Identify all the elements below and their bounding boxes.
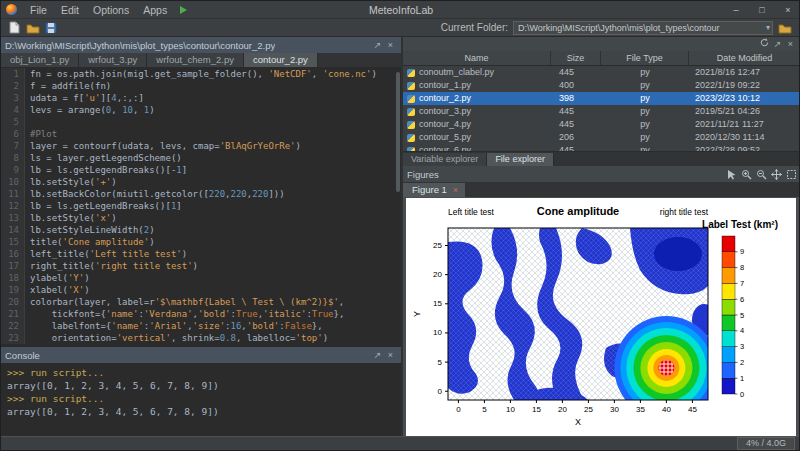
pan-icon[interactable] — [771, 169, 782, 180]
code-editor[interactable]: 1fn = os.path.join(migl.get_sample_folde… — [1, 68, 401, 347]
code-line-7[interactable]: 7layer = contourf(udata, levs, cmap='BlA… — [1, 140, 401, 152]
figure-tab-label: Figure 1 — [412, 184, 447, 195]
code-line-14[interactable]: 14lb.setStyleLineWidth(2) — [1, 224, 401, 236]
line-number: 22 — [1, 320, 25, 332]
file-row-contour_1.py[interactable]: contour_1.py400py2022/1/19 09:22 — [403, 79, 800, 92]
svg-text:40: 40 — [662, 405, 671, 414]
code-line-9[interactable]: 9lb = ls.getLegendBreaks()[-1] — [1, 164, 401, 176]
menu-options[interactable]: Options — [86, 4, 136, 16]
code-line-3[interactable]: 3udata = f['u'][4,:,:] — [1, 92, 401, 104]
svg-text:25: 25 — [584, 405, 593, 414]
close-panel-icon[interactable]: × — [384, 37, 397, 53]
browse-folder-button[interactable] — [777, 21, 792, 35]
minimize-button[interactable]: – — [723, 1, 749, 19]
close-panel-icon[interactable]: × — [784, 36, 797, 52]
menu-apps[interactable]: Apps — [136, 4, 174, 16]
console-line: array([0, 1, 2, 3, 4, 5, 6, 7, 8, 9]) — [7, 379, 401, 392]
editor-tab-wrfout_3.py[interactable]: wrfout_3.py — [79, 53, 147, 67]
column-header-file-type[interactable]: File Type — [601, 51, 689, 65]
code-line-21[interactable]: 21 tickfont={'name':'Verdana','bold':Tru… — [1, 308, 401, 320]
code-line-23[interactable]: 23 orientation='vertical', shrink=0.8, l… — [1, 332, 401, 344]
open-folder-icon[interactable] — [25, 21, 40, 35]
code-line-5[interactable]: 5 — [1, 116, 401, 128]
file-row-contour_5.py[interactable]: contour_5.py206py2020/12/30 11:14 — [403, 131, 800, 144]
svg-text:0: 0 — [456, 405, 461, 414]
code-line-17[interactable]: 17right_title('right title test') — [1, 260, 401, 272]
line-number: 5 — [1, 116, 25, 128]
full-extent-icon[interactable] — [786, 169, 797, 180]
file-row-contour_6.py[interactable]: contour_6.py445py2022/3/28 09:52 — [403, 144, 800, 151]
file-row-contour_2.py[interactable]: contour_2.py398py2023/2/23 10:12 — [403, 92, 800, 105]
svg-text:Cone amplitude: Cone amplitude — [537, 205, 620, 217]
console-panel: Console ↗ × >>> run script...array([0, 1… — [1, 347, 401, 436]
code-line-11[interactable]: 11lb.setBackColor(miutil.getcolor([220,2… — [1, 188, 401, 200]
column-header-name[interactable]: Name — [403, 51, 551, 65]
menu-edit[interactable]: Edit — [54, 4, 86, 16]
svg-text:10: 10 — [433, 328, 442, 337]
menu-file[interactable]: File — [23, 4, 54, 16]
editor-tab-contour_2.py[interactable]: contour_2.py — [244, 53, 318, 67]
editor-tab-obj_Lion_1.py[interactable]: obj_Lion_1.py — [1, 53, 79, 67]
svg-text:10: 10 — [506, 405, 515, 414]
figure-plot-area[interactable]: 0510152025303540450510152025XYCone ampli… — [403, 197, 800, 436]
line-number: 2 — [1, 80, 25, 92]
zoom-in-icon[interactable] — [741, 169, 752, 180]
console-output[interactable]: >>> run script...array([0, 1, 2, 3, 4, 5… — [1, 363, 401, 436]
save-icon[interactable] — [43, 21, 58, 35]
tab-variable-explorer[interactable]: Variable explorer — [403, 153, 487, 166]
close-panel-icon[interactable]: × — [384, 347, 397, 363]
file-row-conoutm_clabel.py[interactable]: conoutm_clabel.py445py2021/8/16 12:47 — [403, 66, 800, 79]
code-line-10[interactable]: 10lb.setStyle('+') — [1, 176, 401, 188]
tab-figure-1[interactable]: Figure 1 × — [403, 183, 465, 197]
python-file-icon — [407, 121, 415, 129]
code-line-13[interactable]: 13lb.setStyle('x') — [1, 212, 401, 224]
code-line-12[interactable]: 12lb = ls.getLegendBreaks()[1] — [1, 200, 401, 212]
line-number: 3 — [1, 92, 25, 104]
float-panel-icon[interactable]: ↗ — [771, 36, 784, 52]
code-line-16[interactable]: 16left_title('Left title test') — [1, 248, 401, 260]
code-line-20[interactable]: 20colorbar(layer, label=r'$\mathbf{Label… — [1, 296, 401, 308]
code-line-18[interactable]: 18ylabel('Y') — [1, 272, 401, 284]
console-line: >>> run script... — [7, 392, 401, 405]
file-rows: conoutm_clabel.py445py2021/8/16 12:47con… — [403, 66, 800, 151]
memory-indicator[interactable]: 4% / 4.0G — [737, 437, 795, 450]
code-line-19[interactable]: 19xlabel('X') — [1, 284, 401, 296]
zoom-out-icon[interactable] — [756, 169, 767, 180]
editor-scrollbar[interactable] — [396, 72, 400, 192]
code-line-1[interactable]: 1fn = os.path.join(migl.get_sample_folde… — [1, 68, 401, 80]
select-cursor-icon[interactable] — [726, 169, 737, 180]
float-panel-icon[interactable]: ↗ — [371, 347, 384, 363]
code-line-2[interactable]: 2f = addfile(fn) — [1, 80, 401, 92]
editor-tab-wrfout_chem_2.py[interactable]: wrfout_chem_2.py — [147, 53, 244, 67]
current-folder-combobox[interactable]: D:\Working\MIScript\Jython\mis\plot_type… — [513, 21, 773, 35]
code-line-8[interactable]: 8ls = layer.getLegendScheme() — [1, 152, 401, 164]
file-explorer-panel: ↗ × NameSizeFile TypeDate Modified conou… — [403, 37, 800, 166]
svg-text:25: 25 — [433, 241, 442, 250]
column-header-size[interactable]: Size — [551, 51, 601, 65]
code-line-4[interactable]: 4levs = arange(0, 10, 1) — [1, 104, 401, 116]
float-panel-icon[interactable]: ↗ — [371, 37, 384, 53]
file-row-contour_3.py[interactable]: contour_3.py445py2019/5/21 04:26 — [403, 105, 800, 118]
file-row-contour_4.py[interactable]: contour_4.py445py2021/11/21 11:27 — [403, 118, 800, 131]
line-number: 10 — [1, 176, 25, 188]
svg-text:15: 15 — [433, 299, 442, 308]
code-line-22[interactable]: 22 labelfont={'name':'Arial','size':16,'… — [1, 320, 401, 332]
svg-text:5: 5 — [740, 311, 744, 320]
figures-title: Figures — [407, 169, 439, 180]
tab-file-explorer[interactable]: File explorer — [487, 153, 554, 166]
left-column: D:\Working\MIScript\Jython\mis\plot_type… — [1, 37, 401, 436]
line-number: 7 — [1, 140, 25, 152]
column-header-date-modified[interactable]: Date Modified — [689, 51, 800, 65]
close-tab-icon[interactable]: × — [453, 185, 458, 195]
svg-text:3: 3 — [740, 342, 744, 351]
run-icon[interactable] — [180, 6, 187, 14]
figures-panel: Figures — [403, 166, 800, 436]
chevron-down-icon[interactable]: ▾ — [763, 23, 770, 32]
code-line-15[interactable]: 15title('Cone amplitude') — [1, 236, 401, 248]
close-button[interactable]: × — [775, 1, 800, 19]
line-number: 4 — [1, 104, 25, 116]
refresh-icon[interactable] — [758, 36, 771, 52]
code-line-6[interactable]: 6#Plot — [1, 128, 401, 140]
new-file-icon[interactable] — [7, 21, 22, 35]
maximize-button[interactable]: □ — [749, 1, 775, 19]
